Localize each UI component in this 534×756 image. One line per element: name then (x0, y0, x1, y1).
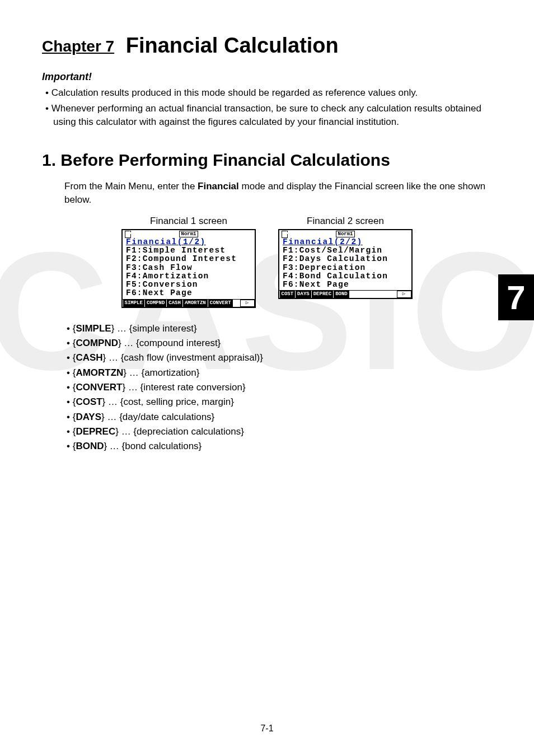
function-item: {BOND} … {bond calculations} (64, 439, 492, 454)
norm-badge: Norm1 (179, 231, 198, 237)
intro-bold: Financial (198, 181, 239, 192)
calculator-screen-2: Financial 2 screen Norm1 Financial(2/2) … (278, 216, 413, 308)
softkey-next-arrow-icon[interactable]: ▷ (397, 291, 411, 298)
function-item: {SIMPLE} … {simple interest} (64, 321, 492, 336)
page-number: 7-1 (0, 724, 534, 734)
function-list: {SIMPLE} … {simple interest}{COMPND} … {… (64, 321, 492, 454)
norm-badge: Norm1 (336, 231, 354, 237)
lcd-line: F2:Days Calculation (283, 255, 408, 263)
lcd-line: F3:Depreciation (283, 264, 408, 272)
softkey-simple[interactable]: SIMPLE (123, 300, 144, 307)
lcd-line: F4:Bond Calculation (283, 272, 408, 281)
function-item: {CONVERT} … {interest rate conversion} (64, 380, 492, 395)
function-item: {CASH} … {cash flow (investment appraisa… (64, 351, 492, 365)
softkey-row: COST DAYS DEPREC BOND ▷ (279, 290, 411, 298)
function-item: {COST} … {cost, selling price, margin} (64, 395, 492, 409)
softkey-cash[interactable]: CASH (167, 300, 182, 307)
document-icon (125, 231, 131, 238)
softkey-cost[interactable]: COST (280, 291, 296, 298)
softkey-amortzn[interactable]: AMORTZN (183, 300, 208, 307)
softkey-next-arrow-icon[interactable]: ▷ (240, 300, 255, 307)
chapter-tab: 7 (498, 274, 534, 320)
lcd-title: Financial(2/2) (283, 238, 408, 246)
softkey-convert[interactable]: CONVERT (208, 300, 233, 307)
softkey-row: SIMPLE COMPND CASH AMORTZN CONVERT ▷ (123, 299, 255, 307)
important-bullet: Calculation results produced in this mod… (42, 86, 492, 100)
softkey-days[interactable]: DAYS (296, 291, 311, 298)
lcd-line: F1:Simple Interest (126, 246, 251, 255)
softkey-bond[interactable]: BOND (334, 291, 349, 298)
important-bullets: Calculation results produced in this mod… (42, 86, 492, 128)
screen-caption: Financial 1 screen (121, 216, 256, 227)
lcd-display: Norm1 Financial(2/2) F1:Cost/Sel/Margin … (278, 229, 413, 299)
function-item: {DEPREC} … {depreciation calculations} (64, 424, 492, 439)
intro-pre: From the Main Menu, enter the (64, 181, 198, 192)
lcd-line: F2:Compound Interest (126, 255, 251, 263)
intro-paragraph: From the Main Menu, enter the Financial … (64, 180, 492, 207)
lcd-title: Financial(1/2) (126, 238, 251, 246)
lcd-line: F6:Next Page (283, 281, 408, 289)
function-item: {DAYS} … {day/date calculations} (64, 410, 492, 424)
calculator-screen-1: Financial 1 screen Norm1 Financial(1/2) … (121, 216, 256, 308)
lcd-line: F6:Next Page (126, 289, 251, 297)
screen-caption: Financial 2 screen (278, 216, 413, 227)
lcd-line: F4:Amortization (126, 272, 251, 281)
document-icon (282, 231, 288, 238)
function-item: {AMORTZN} … {amortization} (64, 366, 492, 380)
function-item: {COMPND} … {compound interest} (64, 336, 492, 351)
chapter-prefix: Chapter 7 (42, 38, 114, 55)
lcd-display: Norm1 Financial(1/2) F1:Simple Interest … (121, 229, 256, 308)
softkey-deprec[interactable]: DEPREC (312, 291, 333, 298)
lcd-line: F3:Cash Flow (126, 264, 251, 272)
softkey-compnd[interactable]: COMPND (145, 300, 166, 307)
chapter-heading: Chapter 7 Financial Calculation (42, 34, 492, 58)
section-title: 1. Before Performing Financial Calculati… (42, 151, 492, 170)
important-bullet: Whenever performing an actual financial … (42, 102, 492, 129)
important-label: Important! (42, 71, 492, 83)
lcd-line: F1:Cost/Sel/Margin (283, 246, 408, 255)
lcd-line: F5:Conversion (126, 281, 251, 289)
chapter-title-text: Financial Calculation (126, 34, 339, 57)
